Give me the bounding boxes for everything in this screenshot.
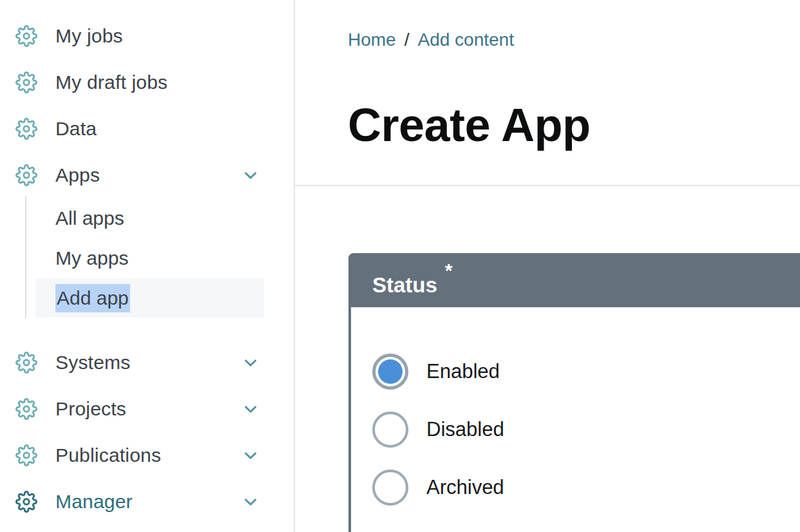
chevron-down-icon	[242, 493, 259, 510]
radio-button-icon[interactable]	[372, 354, 408, 390]
chevron-down-icon	[242, 447, 259, 464]
sidebar-item-publications[interactable]: Publications	[0, 432, 294, 479]
sidebar-nav: My jobs My draft jobs Data Apps All apps	[0, 13, 294, 525]
radio-option-label: Disabled	[426, 418, 504, 441]
subitem-label: All apps	[55, 207, 124, 229]
main-content: Home / Add content Create App Status * E…	[295, 0, 800, 532]
breadcrumb-link-add-content[interactable]: Add content	[417, 30, 513, 50]
sidebar-item-projects[interactable]: Projects	[0, 386, 294, 432]
apps-submenu: All apps My apps Add app	[0, 198, 294, 318]
page-title: Create App	[348, 99, 800, 151]
gear-icon	[15, 164, 37, 186]
sidebar-subitem-all-apps[interactable]: All apps	[0, 198, 294, 238]
radio-option-disabled[interactable]: Disabled	[372, 412, 800, 448]
sidebar-subitem-my-apps[interactable]: My apps	[0, 238, 294, 278]
sidebar-subitem-add-app[interactable]: Add app	[35, 278, 264, 318]
sidebar-item-label: Projects	[55, 398, 126, 420]
app-window: My jobs My draft jobs Data Apps All apps	[0, 0, 800, 532]
chevron-down-icon	[242, 167, 259, 184]
gear-icon	[15, 118, 37, 140]
breadcrumb: Home / Add content	[348, 30, 800, 50]
radio-button-icon[interactable]	[372, 412, 408, 448]
sidebar-item-label: Data	[55, 118, 97, 140]
header-divider	[295, 185, 800, 186]
gear-icon	[15, 71, 37, 93]
sidebar-item-label: My jobs	[55, 25, 123, 47]
sidebar-item-apps[interactable]: Apps	[0, 152, 294, 198]
status-fieldset: Status * Enabled Disabled Archived	[348, 253, 800, 532]
radio-option-label: Enabled	[426, 360, 500, 383]
status-panel-title: Status	[372, 274, 437, 296]
status-panel-body: Enabled Disabled Archived	[348, 307, 800, 532]
status-panel-header: Status *	[348, 253, 800, 307]
breadcrumb-link-home[interactable]: Home	[348, 30, 396, 50]
radio-option-label: Archived	[426, 476, 504, 499]
chevron-down-icon	[242, 354, 259, 371]
sidebar-item-manager[interactable]: Manager	[0, 479, 294, 525]
subitem-label-selected: Add app	[55, 284, 130, 312]
sidebar-item-my-draft-jobs[interactable]: My draft jobs	[0, 59, 294, 106]
sidebar-item-label: Manager	[55, 491, 133, 513]
sidebar-item-my-jobs[interactable]: My jobs	[0, 13, 294, 59]
gear-icon	[15, 444, 37, 466]
sidebar: My jobs My draft jobs Data Apps All apps	[0, 0, 295, 532]
sidebar-item-data[interactable]: Data	[0, 106, 294, 152]
sidebar-item-label: Apps	[55, 164, 100, 186]
required-marker: *	[445, 260, 453, 281]
sidebar-item-label: Systems	[55, 352, 130, 374]
breadcrumb-separator: /	[405, 30, 410, 50]
sidebar-item-label: Publications	[55, 444, 161, 466]
gear-icon	[15, 398, 37, 420]
radio-option-archived[interactable]: Archived	[372, 470, 800, 506]
gear-icon	[15, 25, 37, 47]
subitem-label: My apps	[55, 247, 128, 269]
radio-button-icon[interactable]	[372, 470, 408, 506]
gear-icon	[15, 352, 37, 374]
sidebar-item-label: My draft jobs	[55, 71, 167, 93]
gear-icon	[15, 491, 37, 513]
chevron-down-icon	[242, 401, 259, 417]
radio-option-enabled[interactable]: Enabled	[372, 354, 800, 390]
sidebar-item-systems[interactable]: Systems	[0, 339, 294, 386]
